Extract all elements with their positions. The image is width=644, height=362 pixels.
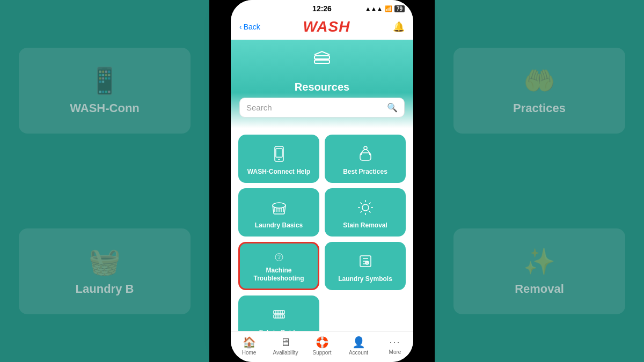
nav-label-more: More xyxy=(389,349,401,355)
status-icons: ▲▲▲ 📶 79 xyxy=(365,5,405,12)
resources-icon xyxy=(310,48,334,77)
fabric-icon xyxy=(269,305,289,324)
card-best-practices[interactable]: Best Practices xyxy=(325,135,406,183)
bg-icon-stain: ✨ xyxy=(523,247,555,277)
card-label-laundry-basics: Laundry Basics xyxy=(255,221,303,229)
search-icon: 🔍 xyxy=(387,102,398,113)
svg-rect-26 xyxy=(274,315,284,318)
wash-logo: WASH xyxy=(303,18,350,35)
nav-account[interactable]: 👤 Account xyxy=(345,336,372,356)
svg-point-6 xyxy=(273,203,286,208)
svg-line-18 xyxy=(369,211,370,212)
nav-home[interactable]: 🏠 Home xyxy=(235,336,263,356)
search-bar[interactable]: Search 🔍 xyxy=(239,98,405,117)
search-placeholder: Search xyxy=(246,103,383,112)
nav-support[interactable]: 🛟 Support xyxy=(308,336,336,356)
account-icon: 👤 xyxy=(352,336,365,349)
card-label-best-practices: Best Practices xyxy=(343,168,387,175)
svg-rect-0 xyxy=(314,56,330,59)
nav-label-support: Support xyxy=(312,350,331,356)
bg-text-1: WASH-Conn xyxy=(70,101,140,115)
bg-text-2: Laundry B xyxy=(76,282,134,296)
hands-icon xyxy=(356,144,375,164)
card-machine-troubleshooting[interactable]: Machine Troubleshooting xyxy=(238,242,319,290)
svg-line-17 xyxy=(360,202,362,204)
chevron-left-icon: ‹ xyxy=(239,23,242,31)
basket-icon xyxy=(269,198,289,217)
signal-icon: ▲▲▲ xyxy=(365,5,383,12)
tag-icon xyxy=(356,252,375,271)
more-dots-icon: ··· xyxy=(389,337,400,348)
bg-card-left-1: 📱 WASH-Conn xyxy=(19,48,191,134)
layers-icon xyxy=(310,48,334,72)
card-label-laundry-symbols: Laundry Symbols xyxy=(338,275,392,283)
svg-rect-4 xyxy=(276,149,282,157)
question-circle-icon xyxy=(269,252,289,262)
bg-icon-hands: 🤲 xyxy=(523,66,555,96)
svg-line-19 xyxy=(369,202,370,204)
card-laundry-symbols[interactable]: Laundry Symbols xyxy=(325,242,406,290)
nav-label-home: Home xyxy=(242,350,257,356)
hero-section: Resources Search 🔍 xyxy=(231,40,413,128)
svg-point-5 xyxy=(364,146,367,150)
svg-point-12 xyxy=(362,204,369,211)
nav-more[interactable]: ··· More xyxy=(381,337,409,355)
bg-icon-basket: 🧺 xyxy=(89,247,121,277)
status-bar: 12:26 ▲▲▲ 📶 79 xyxy=(231,0,413,15)
app-header: ‹ Back WASH 🔔 xyxy=(231,15,413,40)
bg-text-3: Practices xyxy=(513,101,566,115)
page-title: Resources xyxy=(295,81,349,93)
card-laundry-basics[interactable]: Laundry Basics xyxy=(238,188,319,237)
back-label: Back xyxy=(244,23,260,31)
support-icon: 🛟 xyxy=(316,336,329,349)
nav-label-account: Account xyxy=(349,350,368,356)
bg-card-left-2: 🧺 Laundry B xyxy=(19,228,191,314)
card-fabric-guide[interactable]: Fabric Guide xyxy=(238,295,319,331)
background-left: 📱 WASH-Conn 🧺 Laundry B xyxy=(0,0,209,362)
bg-card-right-2: ✨ Removal xyxy=(453,228,625,314)
card-label-stain-removal: Stain Removal xyxy=(343,221,387,229)
phone-frame: 12:26 ▲▲▲ 📶 79 ‹ Back WASH 🔔 Resources S… xyxy=(231,0,413,362)
nav-availability[interactable]: 🖥 Availability xyxy=(272,336,299,356)
svg-rect-1 xyxy=(314,60,330,63)
bg-text-4: Removal xyxy=(515,282,564,296)
home-icon: 🏠 xyxy=(243,336,256,349)
card-label-machine-troubleshooting: Machine Troubleshooting xyxy=(244,267,313,282)
card-wash-connect-help[interactable]: WASH-Connect Help xyxy=(238,135,319,183)
svg-rect-25 xyxy=(274,311,284,314)
back-button[interactable]: ‹ Back xyxy=(239,23,260,31)
svg-line-20 xyxy=(360,211,362,212)
battery-indicator: 79 xyxy=(394,5,405,12)
availability-icon: 🖥 xyxy=(280,336,291,349)
card-stain-removal[interactable]: Stain Removal xyxy=(325,188,406,237)
wifi-icon: 📶 xyxy=(385,5,392,12)
notification-bell-icon[interactable]: 🔔 xyxy=(393,21,405,33)
background-right: 🤲 Practices ✨ Removal xyxy=(435,0,644,362)
phone-icon xyxy=(269,144,289,164)
bg-icon-phone: 📱 xyxy=(89,66,121,96)
svg-point-22 xyxy=(279,258,279,259)
status-time: 12:26 xyxy=(312,4,332,13)
bg-card-right-1: 🤲 Practices xyxy=(453,48,625,134)
stain-icon xyxy=(356,198,375,217)
nav-label-availability: Availability xyxy=(273,350,298,356)
bottom-navigation: 🏠 Home 🖥 Availability 🛟 Support 👤 Accoun… xyxy=(231,331,413,362)
card-label-wash-connect: WASH-Connect Help xyxy=(247,168,310,175)
resource-grid: WASH-Connect Help Best Practices Laund xyxy=(231,128,413,331)
